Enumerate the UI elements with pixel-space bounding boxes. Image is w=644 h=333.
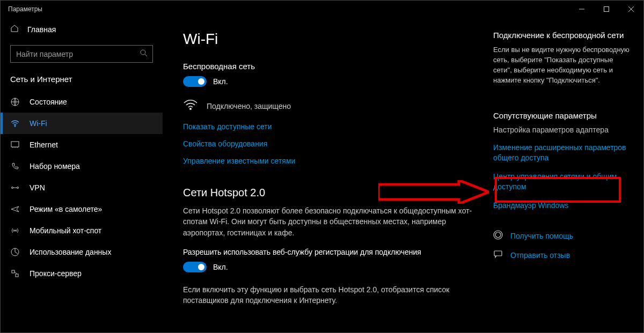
- feedback-icon: [493, 249, 503, 261]
- feedback-link[interactable]: Отправить отзыв: [510, 251, 570, 260]
- show-networks-link[interactable]: Показать доступные сети: [183, 122, 484, 131]
- adapter-settings-link[interactable]: Настройка параметров адаптера: [493, 125, 633, 134]
- svg-point-4: [141, 50, 145, 55]
- svg-point-14: [17, 187, 19, 189]
- search-icon: [140, 49, 148, 59]
- home-icon: [10, 24, 19, 34]
- sidebar-item-label: Набор номера: [30, 162, 80, 171]
- right-header-2: Сопутствующие параметры: [493, 111, 633, 120]
- search-input[interactable]: [10, 45, 153, 63]
- svg-point-8: [14, 125, 16, 127]
- dialup-icon: [10, 161, 20, 171]
- sidebar-item-datausage[interactable]: Использование данных: [1, 241, 163, 263]
- category-title: Сеть и Интернет: [1, 73, 163, 91]
- wifi-status: Подключено, защищено: [207, 102, 291, 110]
- toggle-label: Вкл.: [213, 263, 228, 271]
- sidebar-item-label: Wi-Fi: [30, 119, 47, 128]
- svg-line-5: [145, 54, 147, 56]
- sidebar-item-label: Состояние: [30, 98, 67, 106]
- svg-rect-24: [494, 251, 502, 256]
- right-header-1: Подключение к беспроводной сети: [493, 31, 633, 40]
- sidebar-item-airplane[interactable]: Режим «в самолете»: [1, 198, 163, 220]
- wifi-icon: [10, 119, 20, 128]
- sidebar-item-status[interactable]: Состояние: [1, 91, 163, 113]
- svg-point-21: [190, 108, 192, 110]
- page-title: Wi-Fi: [183, 31, 484, 48]
- firewall-link[interactable]: Брандмауэр Windows: [493, 201, 633, 211]
- get-help-link[interactable]: Получить помощь: [510, 232, 573, 240]
- hotspot-toggle[interactable]: [183, 262, 207, 272]
- wireless-header: Беспроводная сеть: [183, 62, 484, 71]
- allow-text: Разрешить использовать веб-службу регист…: [183, 248, 484, 256]
- sidebar-item-label: Использование данных: [30, 248, 111, 256]
- sidebar-item-proxy[interactable]: Прокси-сервер: [1, 263, 163, 284]
- main-content: Wi-Fi Беспроводная сеть Вкл. Подключено,…: [183, 31, 484, 332]
- network-center-link[interactable]: Центр управления сетями и общим доступом: [493, 172, 633, 192]
- home-button[interactable]: Главная: [1, 18, 163, 42]
- sidebar-item-label: Прокси-сервер: [30, 269, 82, 278]
- sidebar-item-vpn[interactable]: VPN: [1, 177, 163, 198]
- wifi-toggle[interactable]: [183, 76, 207, 87]
- sidebar: Главная Сеть и Интернет Состояние Wi-Fi …: [1, 18, 167, 332]
- status-icon: [10, 97, 20, 107]
- airplane-icon: [10, 204, 20, 214]
- sidebar-item-hotspot[interactable]: Мобильный хот-спот: [1, 220, 163, 241]
- sidebar-item-label: Мобильный хот-спот: [30, 226, 101, 235]
- sidebar-item-wifi[interactable]: Wi-Fi: [1, 113, 163, 134]
- minimize-button[interactable]: [569, 1, 594, 18]
- vpn-icon: [10, 183, 20, 193]
- close-button[interactable]: [619, 1, 643, 18]
- ethernet-icon: [10, 140, 20, 150]
- right-desc-1: Если вы не видите нужную беспроводную се…: [493, 45, 633, 85]
- hotspot-header: Сети Hotspot 2.0: [183, 187, 484, 199]
- svg-line-20: [14, 272, 17, 275]
- hardware-props-link[interactable]: Свойства оборудования: [183, 139, 484, 148]
- toggle-label: Вкл.: [213, 77, 228, 86]
- svg-rect-1: [604, 7, 609, 12]
- svg-rect-18: [12, 270, 14, 273]
- sidebar-item-dialup[interactable]: Набор номера: [1, 156, 163, 177]
- svg-rect-9: [11, 142, 19, 147]
- sidebar-item-label: VPN: [30, 183, 45, 192]
- svg-point-13: [12, 187, 13, 189]
- titlebar: Параметры: [1, 1, 643, 18]
- wifi-signal-icon: [183, 99, 198, 114]
- maximize-button[interactable]: [594, 1, 619, 18]
- footer-desc: Если включить эту функцию и выбрать сеть…: [183, 284, 484, 306]
- help-icon: [493, 230, 503, 242]
- home-label: Главная: [27, 25, 56, 34]
- known-networks-link[interactable]: Управление известными сетями: [183, 157, 484, 165]
- advanced-sharing-link[interactable]: Изменение расширенных параметров общего …: [493, 143, 633, 163]
- svg-point-22: [495, 232, 501, 238]
- hotspot-desc: Сети Hotspot 2.0 позволяют более безопас…: [183, 205, 484, 238]
- sidebar-item-label: Ethernet: [30, 140, 58, 149]
- sidebar-item-label: Режим «в самолете»: [30, 205, 102, 213]
- sidebar-item-ethernet[interactable]: Ethernet: [1, 134, 163, 156]
- proxy-icon: [10, 269, 20, 278]
- hotspot-icon: [10, 226, 20, 235]
- svg-rect-19: [16, 274, 18, 277]
- data-icon: [10, 247, 20, 257]
- svg-point-16: [14, 230, 16, 231]
- window-title: Параметры: [8, 5, 42, 13]
- right-panel: Подключение к беспроводной сети Если вы …: [493, 31, 638, 332]
